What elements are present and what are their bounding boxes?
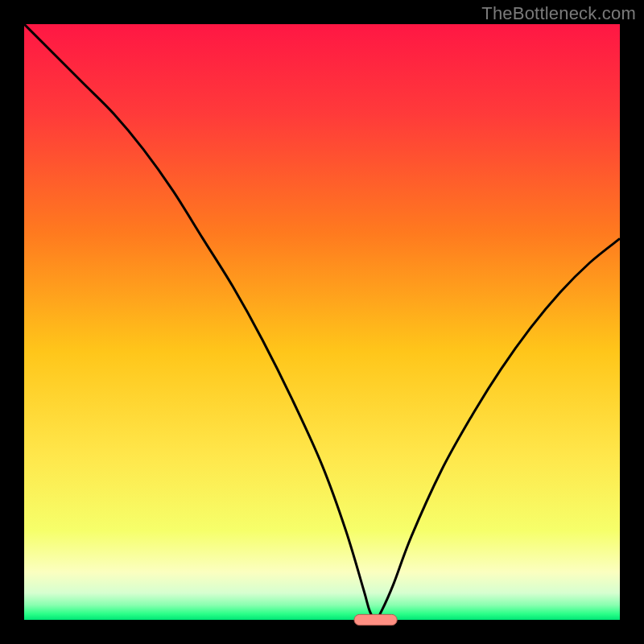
optimum-marker	[354, 614, 397, 625]
bottleneck-chart	[0, 0, 644, 644]
chart-frame: TheBottleneck.com	[0, 0, 644, 644]
